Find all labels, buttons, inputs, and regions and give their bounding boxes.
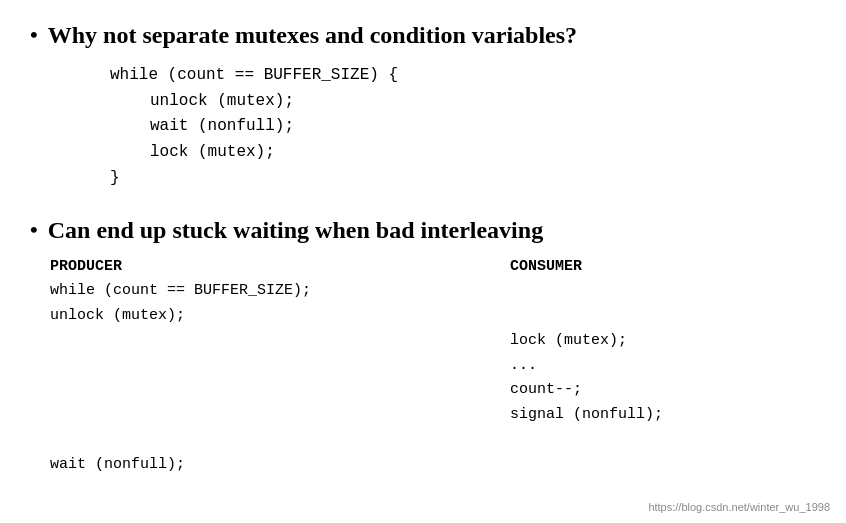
bullet-dot-2: • (30, 217, 38, 243)
watermark: https://blog.csdn.net/winter_wu_1998 (648, 501, 830, 513)
bullet-dot-1: • (30, 22, 38, 48)
producer-empty-2 (50, 354, 510, 379)
producer-empty-5 (50, 428, 510, 453)
consumer-empty-2 (510, 304, 816, 329)
code-line-2: unlock (mutex); (150, 89, 816, 115)
consumer-line-4: signal (nonfull); (510, 403, 816, 428)
code-line-5: } (110, 166, 816, 192)
code-line-4: lock (mutex); (150, 140, 816, 166)
producer-line-2: unlock (mutex); (50, 304, 510, 329)
producer-label: PRODUCER (50, 258, 510, 275)
section2-heading: • Can end up stuck waiting when bad inte… (30, 215, 816, 246)
consumer-column: CONSUMER lock (mutex); ... count--; sign… (510, 258, 816, 477)
producer-line-9: wait (nonfull); (50, 453, 510, 478)
code-line-3: wait (nonfull); (150, 114, 816, 140)
consumer-code: lock (mutex); ... count--; signal (nonfu… (510, 279, 816, 428)
producer-column: PRODUCER while (count == BUFFER_SIZE); u… (50, 258, 510, 477)
consumer-line-1: lock (mutex); (510, 329, 816, 354)
code-line-1: while (count == BUFFER_SIZE) { (110, 63, 816, 89)
section1-code: while (count == BUFFER_SIZE) { unlock (m… (110, 63, 816, 191)
consumer-empty-1 (510, 279, 816, 304)
producer-empty-3 (50, 378, 510, 403)
section1: • Why not separate mutexes and condition… (30, 20, 816, 191)
section2-title: Can end up stuck waiting when bad interl… (48, 215, 543, 246)
consumer-label: CONSUMER (510, 258, 816, 275)
producer-code: while (count == BUFFER_SIZE); unlock (mu… (50, 279, 510, 477)
section1-heading: • Why not separate mutexes and condition… (30, 20, 816, 51)
section2: • Can end up stuck waiting when bad inte… (30, 215, 816, 477)
consumer-line-3: count--; (510, 378, 816, 403)
producer-empty-1 (50, 329, 510, 354)
section1-title: Why not separate mutexes and condition v… (48, 20, 577, 51)
producer-empty-4 (50, 403, 510, 428)
two-column-layout: PRODUCER while (count == BUFFER_SIZE); u… (50, 258, 816, 477)
producer-line-1: while (count == BUFFER_SIZE); (50, 279, 510, 304)
consumer-line-2: ... (510, 354, 816, 379)
